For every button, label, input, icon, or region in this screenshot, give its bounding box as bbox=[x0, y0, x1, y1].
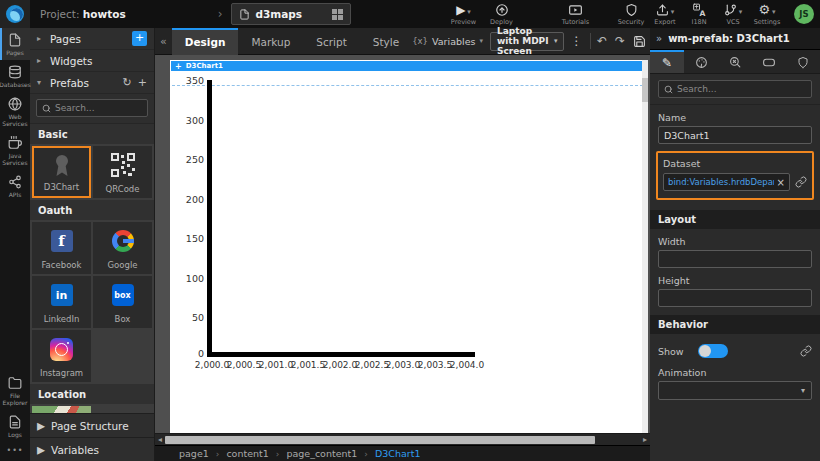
more-options-icon[interactable]: ⋮ bbox=[564, 34, 588, 48]
rail-more-button[interactable]: ••• bbox=[0, 442, 30, 461]
name-input[interactable] bbox=[658, 126, 812, 144]
refresh-prefabs-button[interactable]: ↻ bbox=[123, 77, 132, 89]
show-toggle[interactable] bbox=[698, 344, 728, 358]
canvas-horizontal-scrollbar[interactable]: ◂ ▸ bbox=[155, 433, 650, 445]
device-select[interactable]: Laptop with MDPI Screen ▾ bbox=[490, 32, 564, 51]
top-bar: Project: howtos › d3maps ▶▾ Preview Depl… bbox=[0, 0, 820, 28]
file-icon bbox=[239, 8, 250, 21]
properties-search-box[interactable] bbox=[658, 80, 812, 98]
security-button[interactable]: Security bbox=[614, 3, 648, 26]
page-tab-d3maps[interactable]: d3maps bbox=[231, 3, 351, 25]
tab-events[interactable] bbox=[718, 50, 752, 73]
properties-panel-title: wm-prefab: D3Chart1 bbox=[668, 33, 790, 44]
settings-button[interactable]: ⚙▾ Settings bbox=[750, 3, 784, 26]
prefab-tile-box[interactable]: box Box bbox=[93, 276, 152, 328]
tab-script[interactable]: Script bbox=[303, 28, 359, 55]
shield-outline-icon bbox=[797, 56, 809, 69]
prefab-tile-qrcode[interactable]: QRCode bbox=[93, 146, 152, 198]
page-switcher-grid-icon[interactable] bbox=[332, 9, 343, 20]
scrollbar-thumb[interactable] bbox=[642, 78, 648, 102]
tab-style[interactable]: Style bbox=[360, 28, 412, 55]
scroll-left-icon[interactable]: ◂ bbox=[155, 435, 165, 444]
prefab-tile-linkedin[interactable]: in LinkedIn bbox=[32, 276, 91, 328]
rail-item-logs[interactable]: Logs bbox=[0, 410, 30, 442]
tab-markup[interactable]: Markup bbox=[238, 28, 303, 55]
tab-design[interactable]: Design bbox=[172, 28, 239, 55]
rail-item-pages[interactable]: Pages bbox=[0, 28, 30, 60]
qrcode-icon bbox=[111, 153, 135, 177]
add-page-button[interactable]: + bbox=[132, 31, 147, 46]
prefab-tile-d3chart[interactable]: D3Chart bbox=[32, 146, 91, 198]
canvas-column: « Design Markup Script Style {x} Variabl… bbox=[155, 28, 650, 461]
section-variables[interactable]: ▸ Variables bbox=[30, 437, 154, 461]
breadcrumb-chevron-icon: › bbox=[218, 7, 223, 21]
i18n-button[interactable]: A I18N bbox=[682, 3, 716, 26]
y-tick-label: 350 bbox=[170, 75, 204, 86]
section-widgets[interactable]: ▸ Widgets bbox=[30, 50, 154, 72]
properties-body: Name Dataset bind:Variables.hrdbDepartme… bbox=[650, 74, 820, 461]
rail-item-apis[interactable]: APIs bbox=[0, 170, 30, 202]
link-icon bbox=[795, 176, 807, 188]
rail-item-databases[interactable]: Databases bbox=[0, 60, 30, 92]
prefab-tile-instagram[interactable]: Instagram bbox=[32, 330, 91, 382]
export-button[interactable]: ▾ Export bbox=[648, 3, 682, 26]
tab-device[interactable] bbox=[752, 50, 786, 73]
caret-down-icon: ▾ bbox=[37, 78, 44, 87]
tab-properties[interactable]: ✎ bbox=[650, 50, 684, 73]
bind-dataset-button[interactable] bbox=[795, 176, 807, 188]
tutorials-button[interactable]: Tutorials bbox=[559, 3, 593, 26]
breadcrumb-d3chart1[interactable]: D3Chart1 bbox=[375, 448, 421, 459]
canvas-vertical-scrollbar[interactable] bbox=[642, 60, 648, 433]
caret-right-icon: ▸ bbox=[37, 416, 45, 435]
prefab-search-row bbox=[30, 94, 154, 124]
app-logo[interactable] bbox=[0, 0, 30, 28]
add-prefab-button[interactable]: + bbox=[138, 77, 147, 89]
behavior-section-header: Behavior bbox=[650, 315, 820, 334]
clear-binding-icon[interactable]: × bbox=[777, 177, 785, 188]
d3chart-ribbon-icon bbox=[50, 152, 74, 178]
prefab-tile-facebook[interactable]: f Facebook bbox=[32, 222, 91, 274]
prefab-tile-google[interactable]: Google bbox=[93, 222, 152, 274]
map-thumbnail bbox=[32, 406, 91, 413]
redo-icon[interactable]: ↷ bbox=[611, 34, 629, 48]
breadcrumb-page-content1[interactable]: page_content1 bbox=[286, 448, 357, 459]
tab-security[interactable] bbox=[786, 50, 820, 73]
linkedin-icon: in bbox=[51, 284, 73, 306]
scrollbar-thumb[interactable] bbox=[165, 436, 595, 444]
prefab-tile-map[interactable] bbox=[32, 406, 91, 413]
width-input[interactable] bbox=[658, 250, 812, 268]
deploy-button[interactable]: Deploy bbox=[485, 3, 519, 26]
page-canvas[interactable]: + D3Chart1 350 300 250 200 150 100 50 bbox=[170, 60, 648, 433]
dataset-value-box[interactable]: bind:Variables.hrdbDepartment.dataSe × bbox=[663, 173, 790, 191]
animation-select[interactable]: ▾ bbox=[658, 381, 812, 400]
chevron-down-icon: ▾ bbox=[739, 8, 743, 17]
rail-item-java-services[interactable]: Java Services bbox=[0, 131, 30, 170]
rail-item-file-explorer[interactable]: File Explorer bbox=[0, 371, 30, 410]
rail-item-web-services[interactable]: Web Services bbox=[0, 92, 30, 131]
properties-search-input[interactable] bbox=[677, 84, 806, 94]
variables-button[interactable]: {x} Variables ▾ bbox=[412, 36, 483, 47]
scroll-right-icon[interactable]: ▸ bbox=[640, 435, 650, 444]
save-button[interactable] bbox=[629, 35, 650, 48]
scrollbar-track[interactable] bbox=[165, 435, 640, 445]
prefab-search-input[interactable] bbox=[55, 103, 142, 113]
section-pages[interactable]: ▸ Pages + bbox=[30, 28, 154, 50]
bind-show-button[interactable] bbox=[800, 345, 812, 357]
breadcrumb-page1[interactable]: page1 bbox=[179, 448, 209, 459]
collapse-right-icon[interactable]: » bbox=[656, 33, 662, 44]
play-icon: ▶ bbox=[456, 4, 465, 17]
undo-icon[interactable]: ↶ bbox=[593, 34, 611, 48]
wavemaker-studio: Project: howtos › d3maps ▶▾ Preview Depl… bbox=[0, 0, 820, 461]
canvas-toolbar: « Design Markup Script Style {x} Variabl… bbox=[155, 28, 650, 55]
breadcrumb-content1[interactable]: content1 bbox=[226, 448, 268, 459]
section-prefabs[interactable]: ▾ Prefabs ↻ + bbox=[30, 72, 154, 94]
chevron-down-icon: ▾ bbox=[479, 37, 483, 46]
section-page-structure[interactable]: ▸ Page Structure bbox=[30, 413, 154, 437]
height-input[interactable] bbox=[658, 289, 812, 307]
collapse-left-icon[interactable]: « bbox=[155, 35, 172, 48]
tab-styles[interactable] bbox=[684, 50, 718, 73]
preview-button[interactable]: ▶▾ Preview bbox=[447, 3, 481, 26]
user-avatar[interactable]: JS bbox=[794, 4, 814, 24]
prefab-search-box[interactable] bbox=[36, 99, 148, 117]
vcs-button[interactable]: ▾ VCS bbox=[716, 3, 750, 26]
